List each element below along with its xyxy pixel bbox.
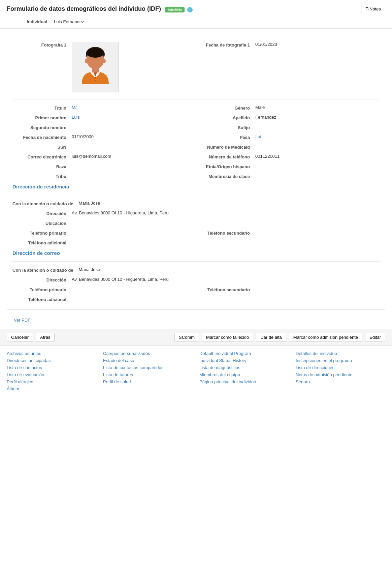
footer-link[interactable]: Álbum <box>7 386 96 391</box>
ssn-label: SSN <box>12 144 66 150</box>
col-primer-nombre: Primer nombre Luis <box>12 115 196 120</box>
col-segundo-nombre: Segundo nombre <box>12 124 196 130</box>
col-residencia-direccion: Dirección Av. Benavides 0000 Of 10 - Hig… <box>12 210 380 216</box>
footer-link[interactable]: Inscripciones en el programa <box>296 358 385 363</box>
col-residencia-tel-adicional: Teléfono adicional <box>12 240 380 245</box>
etnia-label: Etnia/Origen hispano <box>196 163 250 169</box>
pasa-label: Pasa <box>196 134 250 140</box>
photo-col-left: Fotografía 1 <box>12 42 196 92</box>
correo-tel-primario-label: Teléfono primario <box>12 287 66 292</box>
col-correo-tel-adicional: Teléfono adicional <box>12 296 380 302</box>
sufijo-label: Sufijo <box>196 124 250 130</box>
row-correo-tel-adicional: Teléfono adicional <box>12 294 380 304</box>
apellido-value: Fernandez <box>255 115 380 120</box>
divider-2 <box>12 195 380 195</box>
editar-button[interactable]: Editar <box>365 333 385 342</box>
footer-link[interactable]: Seguro <box>296 379 385 384</box>
residencia-ubicacion-label: Ubicación <box>12 220 66 226</box>
col-genero: Género Male <box>196 105 380 111</box>
fallecido-button[interactable]: Marcar como fallecido <box>202 333 253 342</box>
tnotes-button[interactable]: T-Notes <box>361 5 385 13</box>
col-residencia-ubicacion: Ubicación <box>12 220 380 226</box>
col-residencia-atencion: Con la atención o cuidado de Maria José <box>12 201 380 206</box>
row-correo-telefono: Correo electrónico luis@demomail.com Núm… <box>12 152 380 161</box>
footer-link[interactable]: Notas de admisión pendiente <box>296 372 385 377</box>
row-residencia-ubicacion: Ubicación <box>12 218 380 228</box>
membresia-label: Membresía de clase <box>196 173 250 179</box>
footer-link[interactable]: Perfil alérgico <box>7 379 96 384</box>
residencia-atencion-value: Maria José <box>79 201 380 206</box>
correo-direccion-label: Dirección <box>12 277 66 282</box>
col-etnia: Etnia/Origen hispano <box>196 163 380 169</box>
col-sufijo: Sufijo <box>196 124 380 130</box>
pasa-value[interactable]: Lui <box>255 134 380 139</box>
page-header: Formulario de datos demográficos del ind… <box>0 0 392 17</box>
correo-value: luis@demomail.com <box>72 154 196 159</box>
col-correo-atencion: Con la atención o cuidado de Maria José <box>12 267 380 273</box>
correo-title: Dirección de correo <box>12 247 380 258</box>
info-icon[interactable]: i <box>187 7 193 12</box>
row-segundo-sufijo: Segundo nombre Sufijo <box>12 122 380 132</box>
footer-link[interactable]: Detalles del individuo <box>296 351 385 356</box>
footer-link[interactable]: Lista de contactos <box>7 365 96 370</box>
col-membresia: Membresía de clase <box>196 173 380 179</box>
atras-button[interactable]: Atrás <box>36 333 55 342</box>
tribu-label: Tribu <box>12 173 66 179</box>
scomm-button[interactable]: SComm <box>174 333 199 342</box>
col-correo-tel-primario: Teléfono primario <box>12 287 196 292</box>
footer-link[interactable]: Lista de contactos compartidos <box>103 365 193 370</box>
col-ssn: SSN <box>12 144 196 150</box>
individual-label: Individual <box>7 19 47 24</box>
avatar-svg <box>75 43 116 91</box>
footer-links: Archivos adjuntosCampos personalizadosDe… <box>0 346 392 397</box>
titulo-value[interactable]: Mr <box>72 105 196 110</box>
individual-row: Individual Luis Fernandez <box>0 17 392 29</box>
svg-point-2 <box>87 48 104 58</box>
individual-value: Luis Fernandez <box>54 19 84 24</box>
main-card: Fotografía 1 <box>7 33 385 310</box>
footer-link[interactable]: Página principal del individuo <box>199 379 289 384</box>
residencia-tel-primario-label: Teléfono primario <box>12 230 66 236</box>
footer-link[interactable]: Lista de direcciones <box>296 365 385 370</box>
correo-atencion-value: Maria José <box>79 267 380 272</box>
telefono-value: 0011220011 <box>255 154 380 159</box>
primer-nombre-value[interactable]: Luis <box>72 115 196 120</box>
footer-link[interactable]: Miembros del equipo <box>199 372 289 377</box>
col-residencia-tel-primario: Teléfono primario <box>12 230 196 236</box>
correo-tel-adicional-label: Teléfono adicional <box>12 296 66 302</box>
footer-link[interactable]: Archivos adjuntos <box>7 351 96 356</box>
col-pasa: Pasa Lui <box>196 134 380 140</box>
cancelar-button[interactable]: Cancelar <box>7 333 33 342</box>
telefono-label: Número de teléfono <box>196 154 250 159</box>
admision-button[interactable]: Marcar como admisión pendiente <box>289 333 362 342</box>
footer-link[interactable]: Individual Status History <box>199 358 289 363</box>
footer-link[interactable]: Perfil de salud <box>103 379 193 384</box>
row-ssn-medicaid: SSN Número de Medicaid <box>12 142 380 152</box>
footer-link[interactable]: Lista de tutores <box>103 372 193 377</box>
row-correo-atencion: Con la atención o cuidado de Maria José <box>12 265 380 275</box>
col-residencia-tel-secundario: Teléfono secundario <box>196 230 380 236</box>
footer-link[interactable]: Directrices anticipadas <box>7 358 96 363</box>
correo-tel-secundario-label: Teléfono secundario <box>196 287 250 292</box>
photo-col-right: Fecha de fotografía 1 01/01/2023 <box>196 42 380 48</box>
col-fecha-nacimiento: Fecha de nacimiento 01/10/2000 <box>12 134 196 140</box>
col-correo: Correo electrónico luis@demomail.com <box>12 154 196 159</box>
footer-link[interactable]: Lista de evaluación <box>7 372 96 377</box>
footer-link[interactable]: Default Individual Program <box>199 351 289 356</box>
fecha-nacimiento-value: 01/10/2000 <box>72 134 196 139</box>
residencia-tel-secundario-label: Teléfono secundario <box>196 230 250 236</box>
row-raza-etnia: Raza Etnia/Origen hispano <box>12 161 380 171</box>
medicaid-label: Número de Medicaid <box>196 144 250 150</box>
row-residencia-atencion: Con la atención o cuidado de Maria José <box>12 199 380 208</box>
svg-point-4 <box>95 77 96 79</box>
col-correo-direccion: Dirección Av. Benavides 0000 Of 10 - Hig… <box>12 277 380 282</box>
residencia-direccion-value: Av. Benavides 0000 Of 10 - Higuereta, Li… <box>72 210 380 215</box>
footer-link[interactable]: Campos personalizados <box>103 351 193 356</box>
alta-button[interactable]: Dar de alta <box>256 333 286 342</box>
footer-link[interactable]: Estado del caso <box>103 358 193 363</box>
svg-point-6 <box>85 59 88 63</box>
svg-rect-3 <box>92 68 99 72</box>
footer-link[interactable]: Lista de diagnósticos <box>199 365 289 370</box>
pdf-link[interactable]: Ver PDF <box>14 318 30 323</box>
row-fecha-pasa: Fecha de nacimiento 01/10/2000 Pasa Lui <box>12 132 380 142</box>
